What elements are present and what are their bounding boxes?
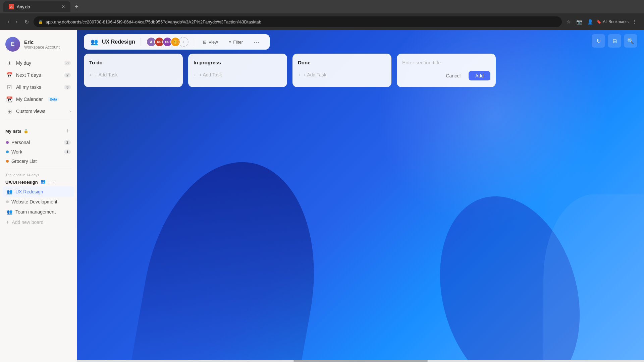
bookmarks-label: All Bookmarks — [603, 19, 629, 24]
board-title-icon: 👥 — [91, 38, 98, 46]
add-list-button[interactable]: + — [63, 127, 71, 135]
add-board-plus-icon: + — [6, 219, 9, 225]
add-new-board-button[interactable]: + Add new board — [3, 217, 74, 227]
workspace-header: UX/UI Redesign 👥 ⋮ + — [0, 178, 77, 186]
website-dev-label: Website Development — [11, 199, 57, 204]
view-icon: ⊞ — [203, 40, 207, 45]
new-tab-button[interactable]: + — [72, 2, 81, 11]
workspace-more-icon[interactable]: ⋮ — [47, 179, 51, 185]
board-title-section: 👥 UX Redesign A DC EC 😊 + ⊞ View ≡ Fi — [84, 34, 270, 50]
custom-views-icon: ⊞ — [6, 108, 13, 115]
user-subtitle: Workspace Account — [24, 45, 71, 50]
add-task-plus-icon: + — [89, 72, 92, 77]
board-header: 👥 UX Redesign A DC EC 😊 + ⊞ View ≡ Fi — [77, 30, 644, 54]
board-item-team-mgmt[interactable]: 👥 Team management — [3, 206, 74, 217]
bookmark-star-icon[interactable]: ☆ — [565, 17, 573, 26]
user-profile-button[interactable]: E Eric Workspace Account — [0, 30, 77, 57]
my-lists-header: My lists 🔒 + — [5, 127, 71, 135]
list-item-work[interactable]: Work 1 — [3, 147, 74, 157]
header-divider — [141, 38, 141, 46]
custom-views-label: Custom views — [16, 109, 45, 114]
all-tasks-badge: 3 — [64, 85, 71, 89]
add-section-button[interactable]: Add — [469, 71, 490, 80]
board-title: UX Redesign — [102, 39, 135, 45]
personal-dot — [6, 141, 9, 144]
list-item-grocery[interactable]: Grocery List — [3, 157, 74, 166]
beta-badge: Beta — [48, 97, 59, 102]
work-label: Work — [11, 149, 22, 155]
calendar-icon: 📆 — [6, 96, 13, 103]
reload-button[interactable]: ↻ — [22, 17, 31, 27]
sidebar-item-my-day[interactable]: ☀ My day 3 — [3, 57, 74, 69]
lock-icon: 🔒 — [23, 129, 29, 133]
my-lists-title: My lists 🔒 — [5, 129, 29, 134]
website-dev-dot — [6, 200, 9, 203]
more-options-button[interactable]: ⋯ — [250, 37, 263, 47]
cancel-section-button[interactable]: Cancel — [441, 71, 465, 80]
trial-text: Trial ends in 14 days — [0, 172, 77, 178]
section-title-input[interactable] — [402, 60, 490, 65]
nav-actions: ☆ 📷 👤 🔖 All Bookmarks ⋮ — [565, 17, 639, 26]
add-task-in-progress-button[interactable]: + + Add Task — [194, 71, 282, 79]
sidebar-divider-1 — [5, 120, 71, 120]
app-container: E Eric Workspace Account ☀ My day 3 📅 Ne… — [0, 30, 644, 362]
ux-redesign-label: UX Redesign — [15, 189, 43, 194]
view-button[interactable]: ⊞ View — [200, 38, 221, 46]
add-task-todo-button[interactable]: + + Add Task — [89, 71, 177, 79]
extensions-icon[interactable]: ⋮ — [630, 17, 639, 26]
list-item-personal[interactable]: Personal 2 — [3, 138, 74, 147]
nav-bar: ‹ › ↻ 🔒 app.any.do/boards/cc289708-8196-… — [0, 13, 644, 30]
tab-close-button[interactable]: ✕ — [62, 4, 65, 9]
board-item-ux-redesign[interactable]: 👥 UX Redesign — [3, 186, 74, 197]
section-input-actions: Cancel Add — [402, 71, 490, 80]
add-task-plus-icon-3: + — [298, 72, 301, 77]
chevron-right-icon: › — [69, 109, 71, 114]
add-task-in-progress-label: + Add Task — [199, 72, 222, 77]
add-task-plus-icon-2: + — [194, 72, 196, 77]
forward-button[interactable]: › — [14, 17, 19, 27]
screenshot-icon[interactable]: 📷 — [574, 17, 584, 26]
columns-area: To do + + Add Task In progress + + Add T… — [77, 54, 644, 362]
sidebar-item-custom-views[interactable]: ⊞ Custom views › — [3, 105, 74, 117]
browser-chrome: A Any.do ✕ + ‹ › ↻ 🔒 app.any.do/boards/c… — [0, 0, 644, 30]
add-task-todo-label: + Add Task — [95, 72, 118, 77]
layout-button[interactable]: ⊟ — [608, 34, 621, 48]
active-tab[interactable]: A Any.do ✕ — [3, 1, 70, 12]
view-label: View — [209, 40, 218, 45]
workspace-add-icon[interactable]: + — [52, 179, 55, 185]
search-button[interactable]: 🔍 — [624, 34, 637, 48]
add-task-done-label: + Add Task — [303, 72, 326, 77]
bookmarks-bar: 🔖 All Bookmarks — [596, 19, 629, 24]
next-7-days-badge: 2 — [64, 73, 71, 77]
bookmarks-icon: 🔖 — [596, 19, 601, 24]
workspace-share-icon[interactable]: 👥 — [41, 179, 46, 185]
personal-badge: 2 — [64, 140, 71, 145]
filter-button[interactable]: ≡ Filter — [225, 38, 246, 46]
add-board-label: Add new board — [12, 220, 43, 225]
member-avatars: A DC EC 😊 + — [146, 37, 189, 47]
main-content: 👥 UX Redesign A DC EC 😊 + ⊞ View ≡ Fi — [77, 30, 644, 362]
refresh-button[interactable]: ↻ — [592, 34, 605, 48]
all-tasks-label: All my tasks — [16, 84, 41, 90]
top-right-actions: ↻ ⊟ 🔍 — [592, 34, 637, 48]
work-dot — [6, 150, 9, 153]
sidebar: E Eric Workspace Account ☀ My day 3 📅 Ne… — [0, 30, 77, 362]
filter-label: Filter — [233, 40, 243, 45]
ux-redesign-icon: 👥 — [6, 188, 13, 195]
sidebar-nav: ☀ My day 3 📅 Next 7 days 2 ☑ All my task… — [0, 57, 77, 117]
column-in-progress-title: In progress — [194, 60, 282, 65]
board-item-website-dev[interactable]: Website Development — [3, 197, 74, 206]
address-bar[interactable]: 🔒 app.any.do/boards/cc289708-8196-45f9-8… — [34, 16, 562, 27]
profile-icon[interactable]: 👤 — [585, 17, 595, 26]
sidebar-item-next-7-days[interactable]: 📅 Next 7 days 2 — [3, 69, 74, 81]
header-divider-2 — [194, 38, 194, 46]
column-todo: To do + + Add Task — [84, 54, 183, 87]
add-member-button[interactable]: + — [178, 37, 189, 47]
add-task-done-button[interactable]: + + Add Task — [298, 71, 386, 79]
tab-bar: A Any.do ✕ + — [0, 0, 644, 13]
my-day-badge: 3 — [64, 61, 71, 65]
back-button[interactable]: ‹ — [5, 17, 11, 27]
sidebar-item-all-tasks[interactable]: ☑ All my tasks 3 — [3, 81, 74, 93]
sidebar-item-calendar[interactable]: 📆 My Calendar Beta — [3, 93, 74, 105]
avatar-initials: E — [11, 41, 15, 47]
